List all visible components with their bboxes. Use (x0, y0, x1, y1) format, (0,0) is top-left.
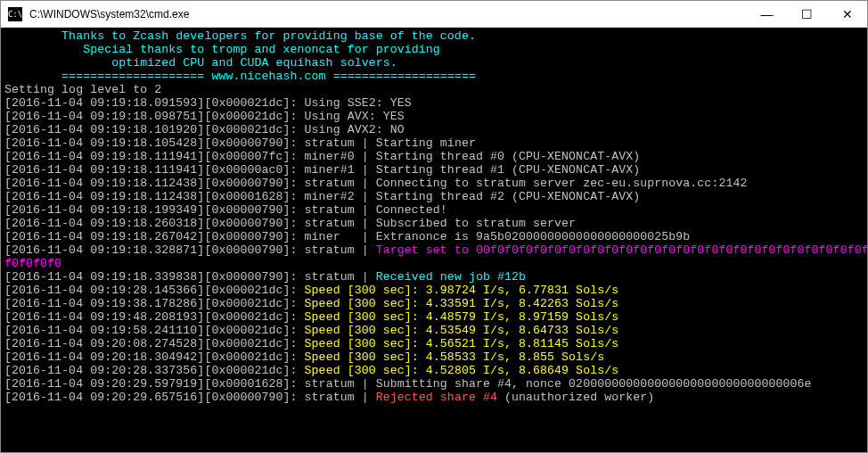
app-icon: C:\ (8, 7, 22, 21)
titlebar[interactable]: C:\ C:\WINDOWS\system32\cmd.exe — ☐ ✕ (1, 1, 867, 28)
maximize-button[interactable]: ☐ (787, 1, 827, 27)
minimize-button[interactable]: — (747, 1, 787, 27)
window-frame: C:\ C:\WINDOWS\system32\cmd.exe — ☐ ✕ Th… (0, 0, 868, 453)
close-button[interactable]: ✕ (827, 1, 867, 27)
console-output[interactable]: Thanks to Zcash developers for providing… (1, 28, 867, 452)
window-controls: — ☐ ✕ (747, 1, 867, 27)
window-title: C:\WINDOWS\system32\cmd.exe (29, 8, 747, 21)
